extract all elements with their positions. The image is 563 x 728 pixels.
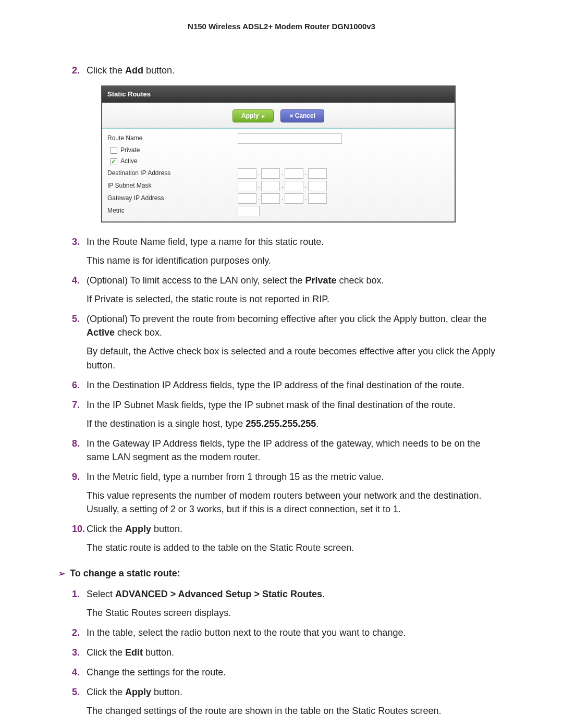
step-number: 2. (72, 626, 80, 639)
row-active: Active (107, 156, 449, 167)
subnet-octet-4[interactable] (308, 181, 327, 191)
route-name-input[interactable] (238, 133, 342, 144)
step-text: Click the Add button. (87, 65, 175, 76)
button-label: Cancel (295, 112, 315, 119)
step-3: 3. In the Route Name field, type a name … (72, 235, 505, 267)
step-6: 6. In the Destination IP Address fields,… (72, 378, 505, 392)
step-extra: The static route is added to the table o… (87, 541, 505, 554)
dot-icon: . (258, 194, 260, 203)
chevron-right-icon: ➢ (58, 567, 70, 579)
row-dest-ip: Destination IP Address ... (107, 167, 449, 180)
step-extra: If Private is selected, the static route… (87, 292, 505, 306)
dest-ip-octet-3[interactable] (285, 168, 303, 179)
row-subnet: IP Subnet Mask ... (107, 180, 449, 192)
step-number: 6. (72, 378, 80, 392)
step-text: In the Gateway IP Address fields, type t… (87, 438, 480, 462)
step-number: 5. (72, 312, 80, 326)
text: Click the (87, 65, 125, 76)
button-label: Apply (241, 112, 259, 119)
bold-term: 255.255.255.255 (246, 418, 316, 429)
step-extra: This name is for identification purposes… (87, 254, 505, 267)
label-route-name: Route Name (107, 134, 238, 143)
stepB-5: 5. Click the Apply button. The changed s… (72, 685, 505, 718)
dialog-title: Static Routes (102, 87, 455, 103)
step-text: Click the Edit button. (87, 647, 174, 658)
apply-button[interactable]: Apply (232, 109, 274, 122)
step-number: 7. (72, 398, 80, 412)
dest-ip-octet-4[interactable] (308, 168, 327, 179)
label-subnet: IP Subnet Mask (107, 181, 238, 190)
cancel-button[interactable]: Cancel (280, 109, 324, 122)
step-2: 2. Click the Add button. Static Routes A… (72, 64, 505, 223)
step-extra: If the destination is a single host, typ… (87, 417, 505, 430)
procedure-steps-a: 2. Click the Add button. Static Routes A… (58, 64, 505, 555)
row-private: Private (107, 145, 449, 156)
subnet-octet-3[interactable] (285, 181, 303, 191)
dot-icon: . (258, 169, 260, 178)
procedure-steps-b: 1. Select ADVANCED > Advanced Setup > St… (58, 587, 505, 718)
step-number: 1. (72, 587, 80, 601)
static-routes-dialog: Static Routes Apply Cancel Route Name Pr… (101, 85, 456, 223)
subnet-octet-1[interactable] (238, 181, 256, 191)
x-icon (289, 112, 295, 119)
stepB-4: 4. Change the settings for the route. (72, 665, 505, 679)
step-number: 4. (72, 665, 80, 679)
text: Click the (87, 647, 125, 658)
step-text: Click the Apply button. (87, 524, 182, 534)
text: . (316, 418, 319, 429)
text: button. (143, 65, 175, 76)
dest-ip-octet-1[interactable] (238, 168, 256, 179)
step-number: 5. (72, 685, 80, 699)
step-text: In the IP Subnet Mask fields, type the I… (87, 400, 456, 410)
gateway-octet-3[interactable] (285, 193, 303, 204)
dest-ip-octet-2[interactable] (261, 168, 280, 179)
stepB-3: 3. Click the Edit button. (72, 646, 505, 659)
step-extra: By default, the Active check box is sele… (87, 344, 505, 372)
text: button. (143, 647, 174, 658)
text: (Optional) To limit access to the LAN on… (87, 275, 305, 286)
step-number: 2. (72, 64, 80, 77)
procedure-heading-change: ➢To change a static route: (58, 566, 505, 580)
stepB-2: 2. In the table, select the radio button… (72, 626, 505, 639)
gateway-octet-2[interactable] (261, 193, 280, 204)
metric-input[interactable] (238, 206, 260, 216)
step-text: In the Route Name field, type a name for… (87, 237, 324, 247)
step-5: 5. (Optional) To prevent the route from … (72, 312, 505, 372)
text: Click the (87, 687, 125, 697)
step-text: Select ADVANCED > Advanced Setup > Stati… (87, 589, 325, 599)
active-checkbox[interactable] (111, 158, 117, 165)
gateway-octet-1[interactable] (238, 193, 256, 204)
step-text: In the Metric field, type a number from … (87, 472, 384, 482)
step-extra: The Static Routes screen displays. (87, 606, 505, 620)
step-4: 4. (Optional) To limit access to the LAN… (72, 274, 505, 306)
row-route-name: Route Name (107, 132, 449, 145)
step-number: 8. (72, 437, 80, 450)
step-7: 7. In the IP Subnet Mask fields, type th… (72, 398, 505, 430)
text: check box. (115, 327, 162, 338)
dot-icon: . (282, 182, 283, 190)
bold-term: Active (87, 327, 115, 338)
triangle-icon (261, 112, 265, 119)
step-text: (Optional) To limit access to the LAN on… (87, 275, 384, 286)
dot-icon: . (282, 169, 283, 178)
label-dest-ip: Destination IP Address (107, 169, 238, 178)
heading-text: To change a static route: (70, 568, 180, 578)
bold-term: Apply (125, 524, 151, 534)
step-text: Click the Apply button. (87, 687, 182, 697)
label-active: Active (120, 157, 138, 166)
step-number: 9. (72, 470, 80, 484)
step-number: 3. (72, 235, 80, 249)
dot-icon: . (258, 182, 260, 190)
gateway-octet-4[interactable] (308, 193, 327, 204)
bold-term: Apply (125, 687, 151, 697)
text: check box. (337, 275, 384, 286)
stepB-1: 1. Select ADVANCED > Advanced Setup > St… (72, 587, 505, 620)
private-checkbox[interactable] (111, 147, 117, 154)
bold-term: Private (305, 275, 337, 286)
step-text: In the table, select the radio button ne… (87, 627, 406, 638)
label-private: Private (120, 146, 140, 155)
step-text: Change the settings for the route. (87, 667, 226, 677)
row-gateway: Gateway IP Address ... (107, 192, 449, 205)
subnet-octet-2[interactable] (261, 181, 280, 191)
dialog-button-bar: Apply Cancel (102, 103, 455, 129)
